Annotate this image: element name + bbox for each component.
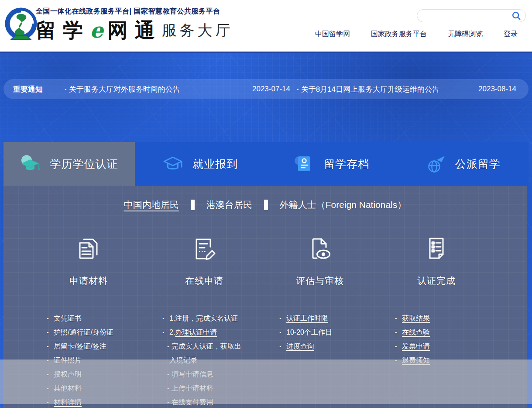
site-logo	[3, 6, 38, 46]
list-item: 证件照片	[47, 353, 113, 367]
tab-archive[interactable]: 留学存档	[266, 142, 398, 186]
top-navigation: 中国留学网 国家政务服务平台 无障碍浏览 登录	[315, 30, 518, 39]
list-item: - 在线支付费用	[162, 395, 241, 408]
graduation-cap-outline-icon	[163, 154, 183, 174]
list-item: 居留卡/签证/签注	[47, 339, 113, 353]
tab-label: 就业报到	[192, 157, 238, 171]
plane-globe-icon	[426, 154, 446, 174]
feature-title: 在线申请	[148, 275, 261, 287]
feature-title: 申请材料	[32, 275, 145, 287]
notice-date-1: 2023-07-14	[252, 85, 290, 93]
site-header: 全国一体化在线政务服务平台| 国家智慧教育公共服务平台 留学 e 网通 服务大厅…	[0, 0, 532, 52]
nav-link-login[interactable]: 登录	[504, 30, 518, 39]
nav-link-gov-platform[interactable]: 国家政务服务平台	[371, 30, 427, 39]
list-item: 入境记录	[162, 353, 241, 367]
list-item-link[interactable]: 材料详情	[47, 395, 113, 408]
notice-bar: 重要通知 关于服务大厅对外服务时间的公告 2023-07-14 关于8月14日网…	[3, 79, 529, 99]
service-tabs: 学历学位认证 就业报到 留学存档	[3, 142, 529, 186]
list-item: - 上传申请材料	[162, 381, 241, 395]
list-item: - 完成实人认证，获取出	[162, 339, 241, 353]
list-item-link[interactable]: 2.办理认证申请	[162, 325, 241, 339]
list-item-link[interactable]: 在线查验	[395, 325, 430, 339]
brand-liuxue: 留学	[36, 18, 90, 42]
notice-link-1[interactable]: 关于服务大厅对外服务时间的公告	[65, 84, 180, 94]
content-panel: 中国内地居民 港澳台居民 外籍人士（Foreign Nationals） 申请材…	[3, 186, 527, 408]
completion-list: 获取结果 在线查验 发票申请 退费须知	[395, 311, 430, 367]
feature-completion: 认证完成	[380, 235, 493, 287]
list-item: 1.注册，完成实名认证	[162, 311, 241, 325]
list-item-link[interactable]: 获取结果	[395, 311, 430, 325]
list-item: 文凭证书	[47, 311, 113, 325]
feature-review: 评估与审核	[263, 235, 377, 287]
list-item: - 填写申请信息	[162, 367, 241, 381]
nav-link-accessibility[interactable]: 无障碍浏览	[448, 30, 483, 39]
document-eye-icon	[306, 235, 334, 263]
list-item: 10-20个工作日	[279, 325, 332, 339]
documents-icon	[75, 235, 103, 263]
search-box[interactable]	[417, 9, 526, 22]
page: 全国一体化在线政务服务平台| 国家智慧教育公共服务平台 留学 e 网通 服务大厅…	[0, 0, 532, 408]
graduation-cap-teal-icon	[20, 154, 40, 174]
resident-subtabs: 中国内地居民 港澳台居民 外籍人士（Foreign Nationals）	[3, 199, 527, 211]
search-icon[interactable]	[511, 11, 521, 21]
tab-credential-authentication[interactable]: 学历学位认证	[3, 142, 135, 186]
subtab-mainland[interactable]: 中国内地居民	[124, 199, 179, 211]
notice-date-2: 2023-08-14	[478, 85, 516, 93]
site-title: 留学 e 网通 服务大厅	[36, 18, 233, 42]
feature-online-application: 在线申请	[148, 235, 261, 287]
brand-e: e	[90, 18, 108, 42]
materials-list: 文凭证书 护照/通行证/身份证 居留卡/签证/签注 证件照片 授权声明 其他材料…	[47, 311, 113, 408]
separator	[191, 200, 195, 210]
brand-wangtong: 网通	[108, 18, 162, 42]
nav-link-csa[interactable]: 中国留学网	[315, 30, 350, 39]
brand-block: 全国一体化在线政务服务平台| 国家智慧教育公共服务平台 留学 e 网通 服务大厅	[36, 7, 233, 42]
subtab-foreign-nationals[interactable]: 外籍人士（Foreign Nationals）	[280, 199, 407, 211]
review-list: 认证工作时限 10-20个工作日 进度查询	[279, 311, 332, 353]
tab-label: 学历学位认证	[50, 157, 118, 171]
list-item-link[interactable]: 退费须知	[395, 353, 430, 367]
list-item-link[interactable]: 进度查询	[279, 339, 332, 353]
list-item: 其他材料	[47, 381, 113, 395]
tab-label: 留学存档	[324, 157, 369, 171]
feature-application-materials: 申请材料	[32, 235, 145, 287]
logo-icon	[3, 6, 38, 46]
list-item: 护照/通行证/身份证	[47, 325, 113, 339]
archive-document-icon	[294, 154, 314, 174]
online-form-pencil-icon	[190, 235, 218, 263]
list-item-link[interactable]: 认证工作时限	[279, 311, 332, 325]
search-input[interactable]	[417, 10, 511, 21]
feature-title: 评估与审核	[263, 275, 377, 287]
checklist-icon	[422, 235, 450, 263]
separator	[264, 200, 268, 210]
brand-suffix: 服务大厅	[162, 19, 233, 42]
feature-title: 认证完成	[380, 275, 493, 287]
notice-label: 重要通知	[13, 84, 43, 94]
notice-link-2[interactable]: 关于8月14日网上服务大厅升级运维的公告	[297, 84, 439, 94]
tab-government-sponsored[interactable]: 公派留学	[397, 142, 529, 186]
tab-employment-registration[interactable]: 就业报到	[135, 142, 266, 186]
list-item-link[interactable]: 发票申请	[395, 339, 430, 353]
platform-subtitle: 全国一体化在线政务服务平台| 国家智慧教育公共服务平台	[36, 7, 233, 16]
hero-banner: 重要通知 关于服务大厅对外服务时间的公告 2023-07-14 关于8月14日网…	[0, 52, 532, 408]
list-item: 授权声明	[47, 367, 113, 381]
subtab-hk-macao-taiwan[interactable]: 港澳台居民	[206, 199, 252, 211]
tab-label: 公派留学	[455, 157, 501, 171]
online-application-list: 1.注册，完成实名认证 2.办理认证申请 - 完成实人认证，获取出 入境记录 -…	[162, 311, 241, 408]
